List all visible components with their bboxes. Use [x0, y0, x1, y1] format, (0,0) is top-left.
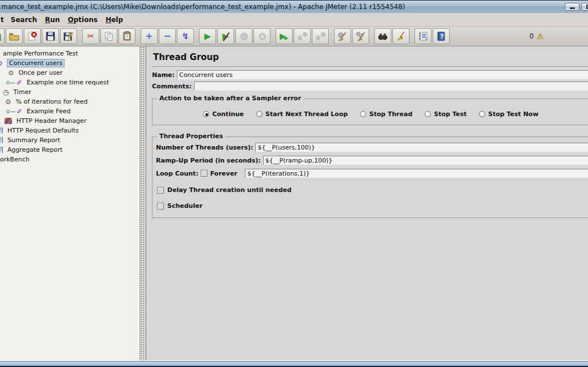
start-button[interactable]: ▶: [199, 28, 216, 44]
comments-row: Comments:: [152, 82, 588, 91]
remote-stop-all-button[interactable]: [294, 28, 311, 44]
help-book-icon: ?: [435, 31, 447, 42]
save-button[interactable]: [42, 28, 59, 44]
help-button[interactable]: ?: [433, 28, 450, 44]
split-pane-divider[interactable]: [140, 46, 146, 360]
title-divider: [152, 66, 588, 67]
search-button[interactable]: [374, 28, 391, 44]
menu-edit-partial[interactable]: t: [0, 14, 7, 25]
save-as-icon: [63, 31, 74, 42]
tree-item-test-plan[interactable]: ample Performance Test: [0, 49, 139, 58]
search-reset-button[interactable]: [392, 28, 409, 44]
sampler-error-title: Action to be taken after a Sampler error: [157, 95, 303, 102]
toggle-icon: ↯: [182, 32, 189, 41]
thread-group-icon: ⚙: [0, 59, 4, 67]
name-input[interactable]: [177, 70, 588, 79]
menu-options[interactable]: Options: [64, 14, 102, 25]
function-helper-button[interactable]: [414, 28, 432, 44]
warning-count: 0: [530, 32, 534, 40]
comments-input[interactable]: [194, 82, 588, 91]
tree-item-http-header-manager[interactable]: HTTP Header Manager: [0, 116, 139, 126]
name-row: Name:: [152, 70, 588, 79]
radio-stop-test[interactable]: Stop Test: [425, 110, 467, 118]
radio-start-next-thread-loop[interactable]: Start Next Thread Loop: [256, 110, 348, 118]
stop-button[interactable]: [235, 28, 252, 44]
tree-item-timer[interactable]: ◷ Timer: [0, 87, 139, 97]
collapse-all-button[interactable]: −: [159, 28, 176, 44]
selected-tree-label: Concurrent users: [7, 59, 65, 67]
cut-icon: ✂: [87, 32, 95, 41]
loop-count-label: Loop Count:: [156, 170, 198, 177]
tree-handle-icon[interactable]: [6, 81, 10, 84]
minimize-icon: [570, 7, 575, 9]
tree-item-aggregate-report[interactable]: Aggregate Report: [0, 145, 139, 155]
report-icon: [0, 137, 3, 143]
forever-checkbox[interactable]: [201, 170, 208, 177]
request-defaults-icon: [0, 127, 3, 134]
tree-item-workbench[interactable]: orkBench: [0, 155, 139, 164]
thread-properties-groupbox: Thread Properties Number of Threads (use…: [152, 136, 588, 218]
http-sampler-icon: ✐: [16, 108, 22, 116]
clear-button[interactable]: [334, 28, 351, 44]
tree-handle-icon[interactable]: [6, 110, 10, 113]
clear-all-button[interactable]: [352, 28, 369, 44]
tree-item-http-request-defaults[interactable]: HTTP Request Defaults: [0, 126, 139, 135]
maximize-button[interactable]: [581, 3, 588, 11]
thread-properties-title: Thread Properties: [157, 133, 225, 140]
ramp-up-input[interactable]: [263, 156, 588, 165]
report-icon: [0, 147, 3, 153]
start-no-pauses-button[interactable]: ▶: [217, 28, 234, 44]
tree-item-percent-iterations[interactable]: ⚙ % of iterations for feed: [0, 97, 139, 106]
forever-label: Forever: [210, 170, 238, 177]
radio-continue[interactable]: Continue: [203, 110, 244, 118]
menu-run[interactable]: Run: [41, 14, 64, 25]
shutdown-button[interactable]: [253, 28, 270, 44]
toggle-button[interactable]: ↯: [177, 28, 194, 44]
radio-stop-thread[interactable]: Stop Thread: [360, 110, 412, 118]
warning-triangle-icon: ⚠: [536, 32, 544, 41]
tree-item-once-per-user[interactable]: ⚙ Once per user: [0, 68, 139, 78]
save-as-button[interactable]: [60, 28, 77, 44]
name-label: Name:: [152, 71, 175, 79]
jmeter-window: mance_test_example.jmx (C:\Users\Mike\Do…: [0, 0, 588, 367]
page-title: Thread Group: [153, 52, 588, 62]
open-folder-icon: [9, 31, 20, 42]
copy-button[interactable]: [100, 28, 117, 44]
close-file-icon: [27, 31, 38, 42]
collapse-icon: −: [163, 32, 171, 41]
radio-icon: [425, 111, 431, 117]
radio-stop-test-now[interactable]: Stop Test Now: [479, 110, 539, 118]
minimize-button[interactable]: [565, 3, 579, 11]
scheduler-checkbox[interactable]: [157, 203, 164, 210]
remote-start-all-button[interactable]: ▶▶: [276, 28, 293, 44]
menu-search[interactable]: Search: [7, 14, 41, 25]
tree-item-example-one-time-request[interactable]: ✐ Example one time request: [0, 78, 139, 87]
radio-icon: [256, 111, 263, 117]
menubar: t Search Run Options Help: [0, 13, 588, 27]
delay-thread-checkbox[interactable]: [157, 187, 164, 194]
menu-help[interactable]: Help: [101, 14, 127, 25]
num-threads-input[interactable]: [255, 143, 588, 152]
window-bottom-border: [0, 360, 588, 367]
new-button[interactable]: [0, 28, 5, 44]
header-manager-icon: [5, 118, 12, 124]
open-template-button[interactable]: [6, 28, 23, 44]
remote-shutdown-all-button[interactable]: [312, 28, 329, 44]
shutdown-icon-disabled: [259, 33, 266, 40]
start-icon: ▶: [204, 32, 211, 41]
scheduler-row: Scheduler: [157, 202, 588, 210]
cut-button[interactable]: ✂: [82, 28, 99, 44]
log-error-counter[interactable]: 0 ⚠: [530, 32, 544, 41]
window-controls: [565, 3, 588, 11]
paste-button[interactable]: [119, 28, 136, 44]
close-button[interactable]: [24, 28, 41, 44]
titlebar: mance_test_example.jmx (C:\Users\Mike\Do…: [0, 0, 588, 13]
loop-count-input[interactable]: [245, 169, 588, 178]
tree-item-example-feed[interactable]: ✐ Example Feed: [0, 106, 139, 116]
tree-item-concurrent-users[interactable]: ⚙ Concurrent users: [0, 58, 139, 68]
expand-all-button[interactable]: +: [141, 28, 158, 44]
tree-item-summary-report[interactable]: Summary Report: [0, 135, 139, 145]
window-title: mance_test_example.jmx (C:\Users\Mike\Do…: [0, 3, 405, 11]
copy-icon: [103, 31, 115, 42]
content-area: ample Performance Test ⚙ Concurrent user…: [0, 46, 588, 360]
